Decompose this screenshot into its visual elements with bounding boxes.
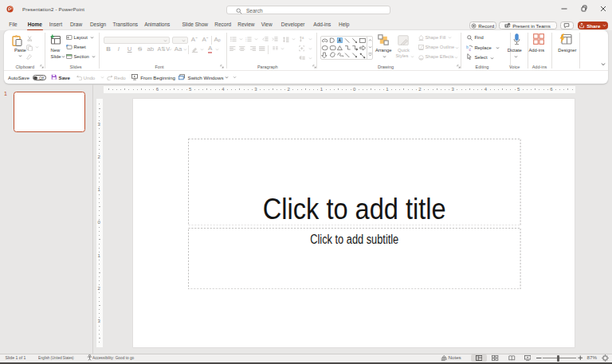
- svg-text:3: 3: [245, 40, 247, 41]
- svg-text:A: A: [302, 37, 304, 40]
- svg-text:c: c: [469, 47, 471, 50]
- svg-text:b: b: [466, 45, 469, 49]
